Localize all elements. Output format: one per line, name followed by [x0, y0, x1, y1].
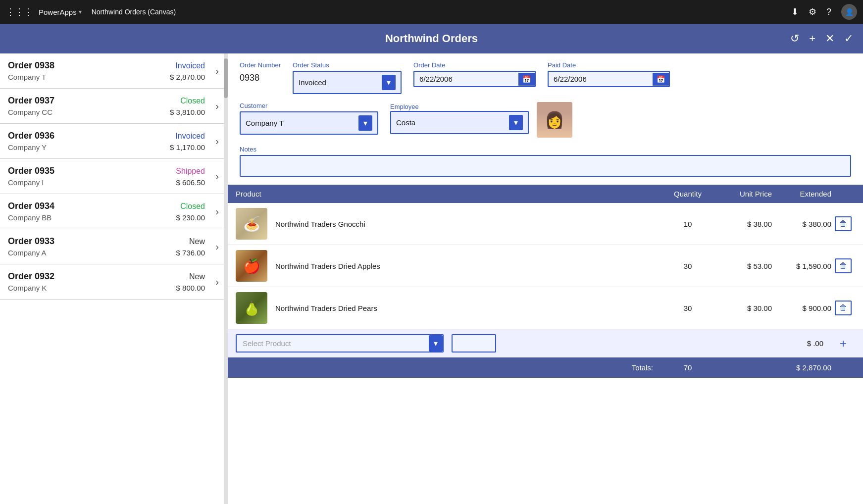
order-item-name: Order 0932 — [8, 271, 54, 282]
download-icon[interactable]: ⬇ — [791, 6, 799, 17]
paid-date-input[interactable]: 📅 — [548, 71, 670, 87]
notes-input[interactable] — [240, 155, 851, 177]
order-date-label: Order Date — [413, 61, 536, 69]
order-item-company: Company I — [8, 178, 44, 187]
order-status-dropdown-btn[interactable]: ▾ — [382, 75, 396, 90]
product-delete[interactable]: 🗑 — [831, 258, 855, 273]
order-chevron-icon: › — [215, 276, 219, 288]
products-table: Product Quantity Unit Price Extended 🍝 N… — [228, 185, 863, 504]
order-item-name: Order 0933 — [8, 236, 54, 247]
product-image: 🍐 — [236, 292, 267, 324]
employee-dropdown[interactable]: Costa ▾ — [390, 111, 529, 134]
form-row-1: Order Number 0938 Order Status Invoiced … — [240, 61, 851, 94]
order-list-item[interactable]: Order 0932 New Company K $ 800.00 › — [0, 264, 227, 300]
user-avatar[interactable]: 👤 — [841, 4, 857, 20]
customer-dropdown-btn[interactable]: ▾ — [358, 115, 372, 131]
order-list-item[interactable]: Order 0938 Invoiced Company T $ 2,870.00… — [0, 53, 227, 89]
delete-icon[interactable]: 🗑 — [835, 301, 852, 315]
order-date-calendar-btn[interactable]: 📅 — [518, 73, 535, 86]
delete-icon[interactable]: 🗑 — [835, 216, 852, 231]
order-item-name: Order 0935 — [8, 166, 54, 176]
order-item-status: New — [189, 272, 205, 281]
paid-date-field[interactable] — [549, 72, 653, 86]
help-icon[interactable]: ? — [826, 7, 831, 17]
order-number-group: Order Number 0938 — [240, 61, 281, 85]
order-chevron-icon: › — [215, 136, 219, 147]
order-list-item[interactable]: Order 0936 Invoiced Company Y $ 1,170.00… — [0, 124, 227, 159]
col-header-quantity: Quantity — [663, 190, 712, 198]
product-extended: $ 900.00 — [772, 304, 831, 312]
canvas-name-label: Northwind Orders (Canvas) — [92, 8, 176, 16]
order-list-item[interactable]: Order 0933 New Company A $ 736.00 › — [0, 229, 227, 264]
order-list-item[interactable]: Order 0937 Closed Company CC $ 3,810.00 … — [0, 89, 227, 124]
product-row: 🍝 Northwind Traders Gnocchi 10 $ 38.00 $… — [228, 203, 863, 245]
col-header-unit-price: Unit Price — [712, 190, 772, 198]
totals-row: Totals: 70 $ 2,870.00 — [228, 357, 863, 378]
order-number-label: Order Number — [240, 61, 281, 69]
col-header-action — [831, 190, 855, 198]
add-total-amount: $ .00 — [764, 339, 823, 348]
totals-qty: 70 — [663, 363, 712, 372]
employee-section: Employee Costa ▾ 👩 — [390, 102, 572, 138]
scroll-thumb[interactable] — [224, 58, 228, 98]
confirm-icon[interactable]: ✓ — [844, 32, 853, 45]
employee-value: Costa — [396, 118, 415, 127]
select-product-btn[interactable]: ▾ — [429, 335, 443, 352]
select-product-dropdown[interactable]: Select Product ▾ — [236, 334, 444, 353]
products-body: 🍝 Northwind Traders Gnocchi 10 $ 38.00 $… — [228, 203, 863, 329]
paid-date-calendar-btn[interactable]: 📅 — [653, 73, 669, 86]
table-header: Product Quantity Unit Price Extended — [228, 185, 863, 203]
customer-dropdown[interactable]: Company T ▾ — [240, 111, 378, 135]
product-image: 🍎 — [236, 250, 267, 282]
add-product-row: Select Product ▾ $ .00 + — [228, 329, 863, 357]
app-name-label[interactable]: PowerApps — [39, 8, 77, 16]
employee-dropdown-btn[interactable]: ▾ — [509, 115, 523, 130]
notes-group: Notes — [240, 146, 851, 177]
product-delete[interactable]: 🗑 — [831, 216, 855, 231]
select-product-placeholder: Select Product — [237, 335, 429, 352]
add-qty-input[interactable] — [452, 334, 496, 353]
order-item-status: Invoiced — [175, 132, 205, 141]
product-name: Northwind Traders Dried Pears — [275, 304, 663, 312]
product-unit-price: $ 38.00 — [712, 220, 772, 228]
order-chevron-icon: › — [215, 101, 219, 112]
form-row-2: Customer Company T ▾ Employee Costa — [240, 102, 851, 138]
settings-icon[interactable]: ⚙ — [809, 6, 816, 17]
employee-face-icon: 👩 — [537, 102, 572, 138]
order-list-item[interactable]: Order 0935 Shipped Company I $ 606.50 › — [0, 159, 227, 194]
order-date-input[interactable]: 📅 — [413, 71, 536, 87]
order-status-label: Order Status — [293, 61, 402, 69]
order-item-status: Invoiced — [175, 61, 205, 70]
product-unit-price: $ 30.00 — [712, 304, 772, 312]
order-item-company: Company CC — [8, 108, 52, 116]
order-chevron-icon: › — [215, 241, 219, 252]
order-chevron-icon: › — [215, 206, 219, 217]
main-content: Order 0938 Invoiced Company T $ 2,870.00… — [0, 53, 863, 504]
add-product-plus-icon[interactable]: + — [831, 337, 855, 351]
employee-label: Employee — [390, 103, 419, 110]
order-item-company: Company A — [8, 249, 47, 257]
product-delete[interactable]: 🗑 — [831, 301, 855, 315]
order-item-amount: $ 230.00 — [176, 213, 205, 222]
app-name-chevron[interactable]: ▾ — [79, 8, 82, 15]
order-item-name: Order 0937 — [8, 96, 54, 106]
product-image: 🍝 — [236, 208, 267, 240]
scrollbar[interactable] — [224, 53, 228, 504]
add-order-icon[interactable]: + — [809, 32, 815, 45]
product-qty: 10 — [663, 220, 712, 228]
orders-list: Order 0938 Invoiced Company T $ 2,870.00… — [0, 53, 228, 300]
totals-label: Totals: — [236, 363, 663, 372]
delete-icon[interactable]: 🗑 — [835, 258, 852, 273]
refresh-icon[interactable]: ↺ — [790, 32, 799, 45]
app-header: Northwind Orders ↺ + ✕ ✓ — [0, 24, 863, 53]
order-list-item[interactable]: Order 0934 Closed Company BB $ 230.00 › — [0, 194, 227, 229]
order-item-company: Company K — [8, 284, 47, 292]
order-item-name: Order 0936 — [8, 131, 54, 141]
order-item-company: Company Y — [8, 143, 47, 151]
order-status-dropdown[interactable]: Invoiced ▾ — [293, 71, 402, 94]
order-date-field[interactable] — [414, 72, 518, 86]
employee-input-col: Employee Costa ▾ — [390, 102, 529, 134]
grid-icon[interactable]: ⋮⋮⋮ — [6, 6, 33, 17]
order-item-status: New — [189, 237, 205, 246]
close-icon[interactable]: ✕ — [825, 32, 834, 45]
